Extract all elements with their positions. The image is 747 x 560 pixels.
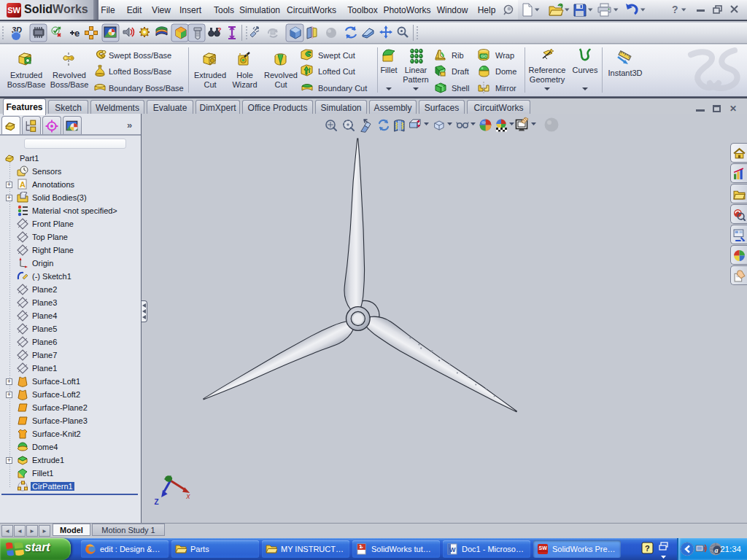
svg-text:GO: GO bbox=[481, 54, 488, 58]
svg-text:?: ? bbox=[217, 26, 222, 34]
svg-text:A: A bbox=[20, 180, 26, 189]
svg-text:?: ? bbox=[645, 544, 650, 553]
svg-text:x: x bbox=[186, 492, 191, 500]
svg-text:W: W bbox=[449, 546, 456, 553]
svg-text:SW: SW bbox=[539, 545, 548, 551]
svg-text:Z: Z bbox=[155, 498, 159, 506]
svg-text:e: e bbox=[74, 28, 80, 39]
svg-text:?: ? bbox=[672, 4, 678, 15]
svg-text:a: a bbox=[715, 546, 719, 554]
